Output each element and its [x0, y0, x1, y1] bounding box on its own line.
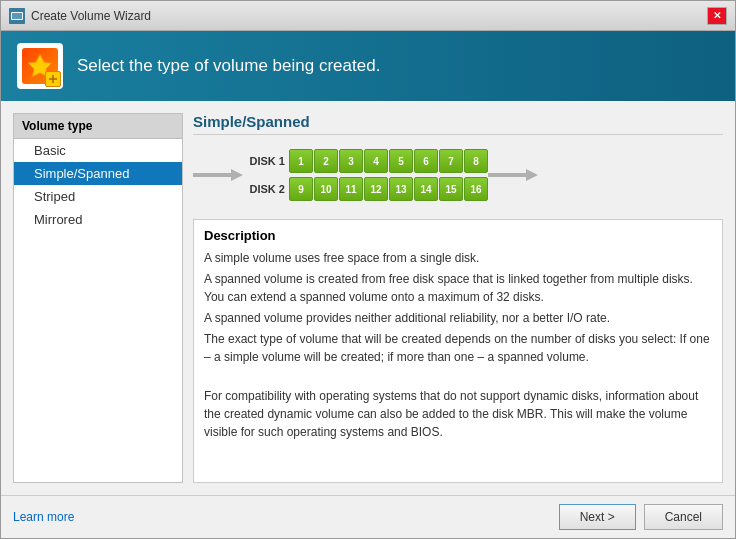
- panel-title: Simple/Spanned: [193, 113, 723, 135]
- header-banner: Select the type of volume being created.: [1, 31, 735, 101]
- svg-marker-8: [488, 169, 538, 181]
- description-line: For compatibility with operating systems…: [204, 387, 712, 441]
- cancel-button[interactable]: Cancel: [644, 504, 723, 530]
- sidebar-item-striped[interactable]: Striped: [14, 185, 182, 208]
- sidebar-header: Volume type: [14, 114, 182, 139]
- disk-block: 14: [414, 177, 438, 201]
- disk-block: 9: [289, 177, 313, 201]
- sidebar-item-basic[interactable]: Basic: [14, 139, 182, 162]
- sidebar-item-mirrored[interactable]: Mirrored: [14, 208, 182, 231]
- left-arrow: [193, 165, 243, 185]
- disk2-label: DISK 2: [243, 183, 285, 195]
- disk-block: 1: [289, 149, 313, 173]
- main-panel: Simple/Spanned DISK 1 12345678 DISK: [193, 113, 723, 483]
- learn-more-link[interactable]: Learn more: [13, 510, 74, 524]
- content-area: Volume type Basic Simple/Spanned Striped…: [1, 101, 735, 495]
- next-button[interactable]: Next >: [559, 504, 636, 530]
- header-title: Select the type of volume being created.: [77, 56, 380, 76]
- disk-block: 16: [464, 177, 488, 201]
- svg-marker-7: [193, 169, 243, 181]
- description-title: Description: [204, 228, 712, 243]
- disk1-label: DISK 1: [243, 155, 285, 167]
- header-badge: [45, 71, 61, 87]
- right-arrow: [488, 165, 538, 185]
- disk-block: 2: [314, 149, 338, 173]
- disk-block: 13: [389, 177, 413, 201]
- disk2-row: DISK 2 910111213141516: [243, 177, 488, 201]
- disk-block: 3: [339, 149, 363, 173]
- disk-block: 10: [314, 177, 338, 201]
- disk-block: 4: [364, 149, 388, 173]
- description-text: A simple volume uses free space from a s…: [204, 249, 712, 441]
- title-bar-left: Create Volume Wizard: [9, 8, 151, 24]
- description-line: A spanned volume provides neither additi…: [204, 309, 712, 327]
- svg-rect-2: [12, 13, 22, 19]
- disk1-blocks: 12345678: [289, 149, 488, 173]
- footer: Learn more Next > Cancel: [1, 495, 735, 538]
- description-box: Description A simple volume uses free sp…: [193, 219, 723, 483]
- window: Create Volume Wizard ✕ Select the type o…: [0, 0, 736, 539]
- window-title: Create Volume Wizard: [31, 9, 151, 23]
- description-line: A simple volume uses free space from a s…: [204, 249, 712, 267]
- disk-block: 12: [364, 177, 388, 201]
- title-bar: Create Volume Wizard ✕: [1, 1, 735, 31]
- disk-block: 6: [414, 149, 438, 173]
- sidebar-item-simple-spanned[interactable]: Simple/Spanned: [14, 162, 182, 185]
- header-icon-bg: [17, 43, 63, 89]
- disk-diagram: DISK 1 12345678 DISK 2 910111213141516: [193, 145, 723, 209]
- disk-block: 11: [339, 177, 363, 201]
- disk-block: 7: [439, 149, 463, 173]
- disk-rows-container: DISK 1 12345678 DISK 2 910111213141516: [243, 149, 488, 201]
- disk1-row: DISK 1 12345678: [243, 149, 488, 173]
- window-icon: [9, 8, 25, 24]
- disk-block: 8: [464, 149, 488, 173]
- title-buttons: ✕: [707, 7, 727, 25]
- close-button[interactable]: ✕: [707, 7, 727, 25]
- description-line: A spanned volume is created from free di…: [204, 270, 712, 306]
- footer-buttons: Next > Cancel: [559, 504, 723, 530]
- sidebar: Volume type Basic Simple/Spanned Striped…: [13, 113, 183, 483]
- disk-block: 5: [389, 149, 413, 173]
- disk-block: 15: [439, 177, 463, 201]
- disk2-blocks: 910111213141516: [289, 177, 488, 201]
- description-line: The exact type of volume that will be cr…: [204, 330, 712, 366]
